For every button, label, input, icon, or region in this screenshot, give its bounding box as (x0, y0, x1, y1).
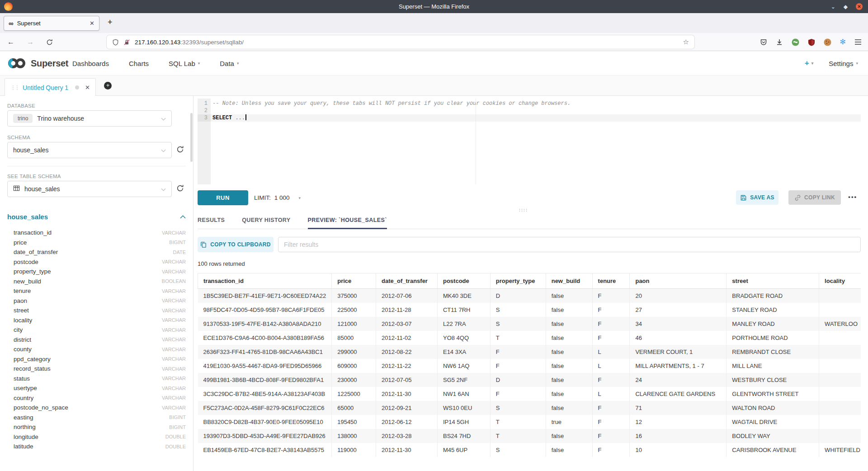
table-cell: true (546, 415, 592, 429)
add-query-tab-button[interactable]: + (104, 82, 112, 89)
column-name: street (14, 307, 29, 314)
pane-resize-handle[interactable] (519, 208, 528, 212)
nav-menu: DashboardsChartsSQL Lab▾Data▾ (72, 51, 239, 75)
column-type: BOOLEAN (162, 278, 186, 284)
rows-returned-status: 100 rows returned (198, 260, 245, 267)
table-cell: 2012-08-22 (376, 345, 438, 359)
nav-item-charts[interactable]: Charts (129, 60, 149, 67)
new-tab-button[interactable]: + (108, 18, 113, 27)
table-cell: BS24 7HD (437, 429, 490, 443)
run-query-button[interactable]: RUN (198, 190, 248, 205)
table-cell: 1225000 (332, 387, 376, 401)
sql-code-editor[interactable]: 1 2 3 -- Note: Unless you save your quer… (198, 99, 861, 184)
column-header-postcode[interactable]: postcode (437, 273, 490, 289)
menu-hamburger-icon[interactable] (854, 39, 862, 45)
table-cell: S (490, 401, 546, 415)
table-cell: 609000 (332, 359, 376, 373)
copy-icon (200, 241, 207, 248)
table-row: 2636F323-FF41-4765-81DB-98CAA6A43BC12990… (198, 345, 861, 359)
table-cell: false (546, 345, 592, 359)
save-as-label: SAVE AS (750, 194, 774, 201)
copy-to-clipboard-button[interactable]: COPY TO CLIPBOARD (198, 237, 274, 252)
schema-column-row: paonVARCHAR (7, 296, 186, 306)
sidebar-scrollbar[interactable] (190, 113, 193, 162)
refresh-schemas-icon[interactable] (176, 146, 185, 155)
query-tab-active[interactable]: ⋮⋮ Untitled Query 1 ✕ (5, 78, 96, 96)
filter-results-input[interactable] (278, 237, 861, 252)
table-cell: T (490, 415, 546, 429)
schema-column-row: localityVARCHAR (7, 316, 186, 325)
column-type: VARCHAR (162, 298, 186, 303)
collapse-table-icon[interactable] (180, 212, 186, 221)
tab-results[interactable]: RESULTS (198, 212, 225, 229)
minimize-icon[interactable]: ⌄ (831, 4, 835, 9)
ublock-extension-icon[interactable] (808, 38, 815, 46)
column-header-price[interactable]: price (332, 273, 376, 289)
forward-button[interactable]: → (27, 38, 34, 46)
table-cell: false (546, 429, 592, 443)
column-type: VARCHAR (162, 386, 186, 391)
sqllab-sidebar: DATABASE trino Trino warehouse SCHEMA ho… (0, 96, 193, 471)
table-select[interactable]: house_sales (7, 181, 172, 197)
table-cell: PORTHOLME ROAD (726, 331, 819, 345)
copy-link-button[interactable]: COPY LINK (788, 190, 841, 205)
drag-handle-icon[interactable]: ⋮⋮ (10, 85, 19, 91)
nav-item-data[interactable]: Data▾ (220, 60, 239, 67)
save-icon (740, 194, 747, 201)
table-schema-title[interactable]: house_sales (7, 213, 48, 221)
refresh-tables-icon[interactable] (176, 184, 185, 193)
table-row: F5C273AC-0D2A-458F-8279-9C61F0C22EC66500… (198, 401, 861, 415)
column-header-paon[interactable]: paon (630, 273, 726, 289)
query-tab-close-icon[interactable]: ✕ (85, 84, 90, 91)
tab-query-history[interactable]: QUERY HISTORY (242, 212, 290, 229)
maximize-icon[interactable]: ◆ (844, 4, 848, 9)
schema-select[interactable]: house_sales (7, 142, 172, 158)
chevron-down-icon: ▾ (198, 61, 200, 66)
superset-brand[interactable]: Superset (6, 57, 68, 70)
column-header-tenure[interactable]: tenure (592, 273, 630, 289)
address-bar[interactable]: 217.160.120.143:32393/superset/sqllab/ ☆ (107, 35, 694, 49)
table-cell: F (592, 331, 630, 345)
table-cell: 2012-11-30 (376, 443, 438, 457)
column-header-locality[interactable]: locality (819, 273, 861, 289)
column-type: VARCHAR (162, 288, 186, 294)
table-cell: false (546, 443, 592, 457)
table-cell: 46 (630, 331, 726, 345)
column-header-new-build[interactable]: new_build (546, 273, 592, 289)
pocket-icon[interactable] (760, 38, 767, 46)
browser-tab[interactable]: ∞ Superset ✕ (4, 16, 99, 31)
table-cell: WAGTAIL DRIVE (726, 415, 819, 429)
table-cell: false (546, 331, 592, 345)
close-window-icon[interactable]: ✕ (856, 3, 863, 10)
table-cell: false (546, 387, 592, 401)
tab-preview-house-sales[interactable]: PREVIEW: `HOUSE_SALES` (308, 212, 387, 229)
nav-item-dashboards[interactable]: Dashboards (72, 60, 109, 67)
chevron-down-icon: ▾ (237, 61, 239, 66)
save-as-button[interactable]: SAVE AS (736, 190, 778, 205)
cookie-extension-icon[interactable] (824, 38, 831, 46)
add-new-button[interactable]: +▾ (805, 59, 813, 68)
extension-asterisk-icon[interactable]: ✻ (840, 38, 846, 46)
column-header-date-of-transfer[interactable]: date_of_transfer (376, 273, 438, 289)
column-name: country (14, 395, 33, 401)
nav-item-sql-lab[interactable]: SQL Lab▾ (169, 60, 200, 67)
privacy-mask-extension-icon[interactable] (792, 38, 799, 46)
tab-close-icon[interactable]: ✕ (90, 20, 94, 27)
shield-icon[interactable] (112, 39, 119, 46)
column-header-transaction-id[interactable]: transaction_id (198, 273, 332, 289)
downloads-icon[interactable] (776, 38, 783, 46)
column-header-street[interactable]: street (726, 273, 819, 289)
table-cell: M45 6UP (437, 443, 490, 457)
limit-dropdown[interactable]: LIMIT: 1 000 ▾ (254, 194, 301, 201)
back-button[interactable]: ← (7, 38, 14, 46)
reload-button[interactable] (46, 39, 53, 46)
more-options-button[interactable]: ••• (848, 193, 857, 200)
table-cell: F5C273AC-0D2A-458F-8279-9C61F0C22EC6 (198, 401, 332, 415)
schema-column-row: ppd_categoryVARCHAR (7, 354, 186, 364)
column-header-property-type[interactable]: property_type (490, 273, 546, 289)
insecure-lock-icon[interactable] (123, 39, 130, 46)
settings-label: Settings (829, 60, 853, 67)
settings-menu[interactable]: Settings▾ (829, 60, 858, 67)
bookmark-star-icon[interactable]: ☆ (683, 38, 689, 46)
database-select[interactable]: trino Trino warehouse (7, 110, 172, 127)
